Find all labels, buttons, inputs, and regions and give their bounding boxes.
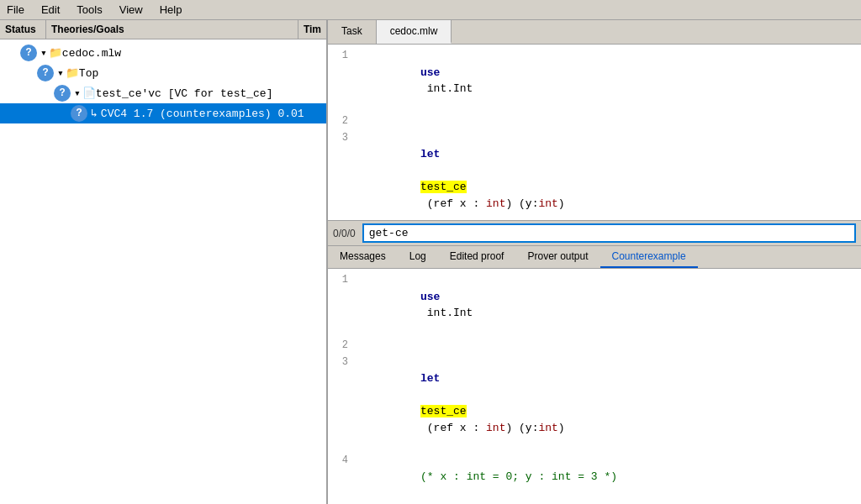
tab-prover-output[interactable]: Prover output — [515, 246, 600, 268]
status-counter: 0/0/0 — [333, 228, 356, 239]
main-container: Status Theories/Goals Tim ? ▾ 📁 cedoc.ml… — [0, 20, 861, 504]
expand-icon-cedoc: ▾ — [40, 46, 47, 60]
tree-label-test-ce-vc: test_ce'vc [VC for test_ce] — [96, 87, 273, 100]
code-area-bottom[interactable]: 1 use int.Int 2 3 let test_ce (ref x : i… — [328, 269, 861, 504]
menu-view[interactable]: View — [116, 2, 146, 18]
tab-cedoc-mlw[interactable]: cedoc.mlw — [377, 20, 452, 44]
command-input[interactable] — [362, 223, 856, 243]
menu-file[interactable]: File — [3, 2, 28, 18]
tree-label-cedoc: cedoc.mlw — [62, 47, 121, 60]
status-icon-top: ? — [37, 65, 54, 81]
file-icon-vc: 📄 — [82, 87, 96, 100]
folder-icon-top: 📁 — [66, 66, 79, 80]
code-bottom-line-3: 3 let test_ce (ref x : int) (y:int) — [331, 354, 858, 453]
expand-icon-vc: ▾ — [74, 87, 81, 100]
tree-label-top: Top — [79, 67, 98, 80]
code-bottom-line-2: 2 — [331, 338, 858, 354]
tab-task[interactable]: Task — [328, 20, 377, 44]
status-icon-cvc4: ? — [71, 105, 87, 122]
solver-icon: ↳ — [91, 107, 98, 120]
tab-messages[interactable]: Messages — [328, 246, 398, 268]
status-icon-cedoc: ? — [20, 45, 37, 61]
tab-edited-proof[interactable]: Edited proof — [438, 246, 516, 268]
bottom-toolbar: 0/0/0 — [328, 221, 861, 246]
kw-use-1: use — [420, 66, 440, 79]
tabs-top: Task cedoc.mlw — [328, 20, 861, 45]
tabs-bottom: Messages Log Edited proof Prover output … — [328, 246, 861, 269]
tree-label-cvc4: CVC4 1.7 (counterexamples) 0.01 — [101, 108, 304, 120]
code-bottom-line-1: 1 use int.Int — [331, 272, 858, 338]
left-panel: Status Theories/Goals Tim ? ▾ 📁 cedoc.ml… — [0, 20, 328, 504]
code-bottom-line-4: 4 (* x : int = 0; y : int = 3 *) — [331, 453, 858, 502]
tree-item-test-ce-vc[interactable]: ? ▾ 📄 test_ce'vc [VC for test_ce] — [0, 83, 326, 103]
menu-edit[interactable]: Edit — [38, 2, 63, 18]
code-line-3: 3 let test_ce (ref x : int) (y:int) — [331, 130, 858, 222]
header-status: Status — [0, 20, 46, 39]
tree-item-top[interactable]: ? ▾ 📁 Top — [0, 63, 326, 83]
line-num-1: 1 — [331, 48, 348, 113]
menu-tools[interactable]: Tools — [73, 2, 105, 18]
test-ce-highlight-bottom: test_ce — [420, 405, 467, 417]
code-line-2: 2 — [331, 113, 858, 130]
line-num-3: 3 — [331, 130, 348, 222]
tab-counterexample[interactable]: Counterexample — [600, 246, 698, 268]
status-icon-test-ce-vc: ? — [54, 85, 71, 102]
code-area-top[interactable]: 1 use int.Int 2 3 let test_ce (ref x : i… — [328, 45, 861, 221]
right-panel: Task cedoc.mlw 1 use int.Int 2 3 — [328, 20, 861, 504]
menubar: File Edit Tools View Help — [0, 0, 861, 20]
menu-help[interactable]: Help — [156, 2, 186, 18]
tab-log[interactable]: Log — [398, 246, 438, 268]
line-num-2: 2 — [331, 113, 348, 130]
folder-icon-cedoc: 📁 — [49, 46, 62, 60]
header-tim: Tim — [298, 20, 326, 39]
panel-header: Status Theories/Goals Tim — [0, 20, 326, 39]
expand-icon-top: ▾ — [57, 66, 64, 80]
header-theories: Theories/Goals — [46, 20, 298, 39]
tree-area: ? ▾ 📁 cedoc.mlw ? ▾ 📁 Top ? ▾ 📄 test_ce'… — [0, 39, 326, 504]
tree-item-cvc4[interactable]: ? ↳ CVC4 1.7 (counterexamples) 0.01 — [0, 103, 326, 123]
code-line-1: 1 use int.Int — [331, 48, 858, 113]
test-ce-highlight-top: test_ce — [420, 181, 467, 193]
tree-item-cedoc-mlw[interactable]: ? ▾ 📁 cedoc.mlw — [0, 43, 326, 63]
